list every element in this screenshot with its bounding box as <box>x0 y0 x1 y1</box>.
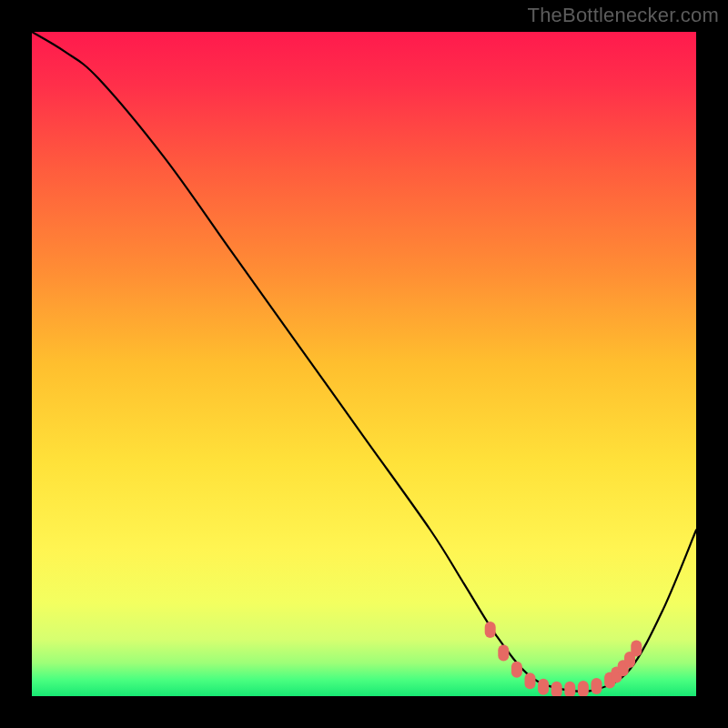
marker-dot <box>592 678 602 694</box>
marker-dot <box>578 681 589 696</box>
watermark-text: TheBottlenecker.com <box>528 4 719 27</box>
marker-dot <box>525 672 536 689</box>
plot-area <box>32 32 696 696</box>
marker-dot <box>631 640 642 656</box>
plot-svg <box>32 32 696 696</box>
marker-dot <box>485 622 496 638</box>
marker-dot <box>551 682 562 696</box>
marker-dot <box>498 645 509 662</box>
marker-dot <box>538 679 549 695</box>
marker-dot <box>564 682 575 696</box>
chart-container: TheBottlenecker.com <box>0 0 728 728</box>
gradient-background <box>32 32 696 696</box>
marker-dot <box>511 662 522 678</box>
